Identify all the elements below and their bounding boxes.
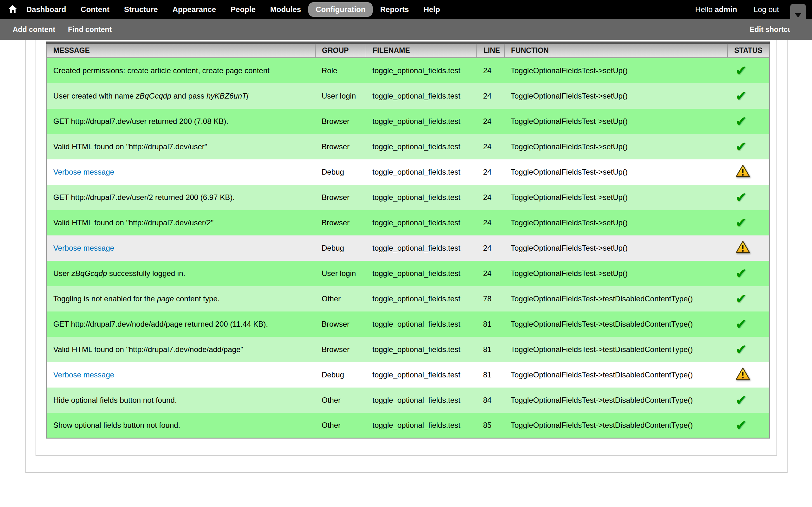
message-text: User created with name [53, 92, 136, 100]
table-row: Verbose message Debug toggle_optional_fi… [47, 159, 769, 185]
table-header-row: MESSAGE GROUP FILENAME LINE FUNCTION STA… [47, 43, 769, 58]
logout-link[interactable]: Log out [754, 5, 779, 14]
status-cell: ✔ [728, 134, 769, 159]
message-emphasis: page [157, 294, 174, 303]
message-cell: Verbose message [47, 362, 315, 388]
message-text: Valid HTML found on "http://drupal7.dev/… [53, 142, 207, 151]
home-button[interactable] [8, 5, 17, 14]
menu-item-configuration[interactable]: Configuration [308, 2, 373, 17]
table-row: GET http://drupal7.dev/user returned 200… [47, 109, 769, 134]
checkmark-icon: ✔ [735, 140, 747, 154]
warning-icon [735, 164, 751, 178]
table-row: Verbose message Debug toggle_optional_fi… [47, 235, 769, 261]
message-cell: Verbose message [47, 235, 315, 261]
function-cell: ToggleOptionalFieldsTest->setUp() [504, 134, 728, 159]
menu-item-modules[interactable]: Modules [263, 2, 308, 17]
test-results-table: MESSAGE GROUP FILENAME LINE FUNCTION STA… [46, 42, 770, 439]
message-cell: Verbose message [47, 159, 315, 185]
message-cell: GET http://drupal7.dev/node/add/page ret… [47, 312, 315, 337]
greeting-text: Hello admin [695, 5, 737, 14]
checkmark-icon: ✔ [735, 267, 747, 280]
line-cell: 81 [477, 312, 504, 337]
group-cell: User login [315, 261, 366, 286]
group-cell: Other [315, 413, 366, 438]
toolbar-toggle-button[interactable] [790, 4, 806, 40]
status-cell: ✔ [728, 109, 769, 134]
function-cell: ToggleOptionalFieldsTest->testDisabledCo… [504, 286, 728, 312]
filename-cell: toggle_optional_fields.test [366, 109, 477, 134]
group-cell: Browser [315, 185, 366, 210]
message-text: and pass [171, 92, 206, 100]
menu-item-reports[interactable]: Reports [373, 2, 416, 17]
message-emphasis: hyKBZ6unTj [206, 92, 248, 100]
message-text: Toggling is not enabled for the [53, 294, 157, 303]
test-results-table-wrap: MESSAGE GROUP FILENAME LINE FUNCTION STA… [46, 42, 770, 439]
column-header-filename: FILENAME [366, 43, 477, 58]
status-cell: ✔ [728, 185, 769, 210]
chevron-down-icon [795, 13, 801, 17]
table-row: Created permissions: create article cont… [47, 58, 769, 83]
line-cell: 24 [477, 210, 504, 235]
message-cell: Valid HTML found on "http://drupal7.dev/… [47, 210, 315, 235]
checkmark-icon: ✔ [735, 216, 747, 230]
table-row: User zBqGcqdp successfully logged in. Us… [47, 261, 769, 286]
status-cell: ✔ [728, 286, 769, 312]
shortcut-links: Add contentFind content [0, 25, 112, 34]
status-cell: ✔ [728, 83, 769, 109]
line-cell: 24 [477, 58, 504, 83]
status-cell: ✔ [728, 210, 769, 235]
function-cell: ToggleOptionalFieldsTest->testDisabledCo… [504, 337, 728, 362]
message-cell: Valid HTML found on "http://drupal7.dev/… [47, 134, 315, 159]
checkmark-icon: ✔ [735, 64, 747, 78]
menu-item-content[interactable]: Content [73, 2, 117, 17]
shortcut-link-find-content[interactable]: Find content [68, 25, 112, 34]
filename-cell: toggle_optional_fields.test [366, 261, 477, 286]
group-cell: Browser [315, 210, 366, 235]
table-row: Valid HTML found on "http://drupal7.dev/… [47, 134, 769, 159]
message-text: content type. [174, 294, 219, 303]
menu-item-dashboard[interactable]: Dashboard [19, 2, 73, 17]
group-cell: Browser [315, 109, 366, 134]
menu-item-help[interactable]: Help [416, 2, 447, 17]
filename-cell: toggle_optional_fields.test [366, 413, 477, 438]
menu-item-appearance[interactable]: Appearance [165, 2, 223, 17]
table-row: Hide optional fields button not found. O… [47, 388, 769, 413]
filename-cell: toggle_optional_fields.test [366, 337, 477, 362]
table-row: Show optional fields button not found. O… [47, 413, 769, 438]
verbose-message-link[interactable]: Verbose message [53, 244, 114, 252]
filename-cell: toggle_optional_fields.test [366, 312, 477, 337]
column-header-message: MESSAGE [47, 43, 315, 58]
message-cell: GET http://drupal7.dev/user/2 returned 2… [47, 185, 315, 210]
menu-item-structure[interactable]: Structure [117, 2, 165, 17]
verbose-message-link[interactable]: Verbose message [53, 371, 114, 379]
home-icon [8, 5, 17, 14]
group-cell: Other [315, 388, 366, 413]
verbose-message-link[interactable]: Verbose message [53, 168, 114, 176]
line-cell: 85 [477, 413, 504, 438]
toolbar-menu: DashboardContentStructureAppearancePeopl… [19, 2, 447, 17]
table-row: GET http://drupal7.dev/node/add/page ret… [47, 312, 769, 337]
filename-cell: toggle_optional_fields.test [366, 362, 477, 388]
group-cell: Debug [315, 362, 366, 388]
message-text: Show optional fields button not found. [53, 421, 180, 429]
message-cell: Show optional fields button not found. [47, 413, 315, 438]
line-cell: 78 [477, 286, 504, 312]
status-cell: ✔ [728, 261, 769, 286]
message-text: Valid HTML found on "http://drupal7.dev/… [53, 218, 213, 227]
username-link[interactable]: admin [715, 5, 737, 14]
group-cell: Role [315, 58, 366, 83]
greeting-prefix: Hello [695, 5, 713, 14]
shortcut-link-add-content[interactable]: Add content [13, 25, 55, 34]
table-row: User created with name zBqGcqdp and pass… [47, 83, 769, 109]
status-cell: ✔ [728, 312, 769, 337]
message-text: successfully logged in. [107, 269, 185, 278]
column-header-status: STATUS [728, 43, 769, 58]
function-cell: ToggleOptionalFieldsTest->setUp() [504, 210, 728, 235]
shortcut-bar: Add contentFind content Edit shortcuts [0, 19, 812, 40]
table-row: GET http://drupal7.dev/user/2 returned 2… [47, 185, 769, 210]
status-cell [728, 159, 769, 185]
status-cell: ✔ [728, 337, 769, 362]
checkmark-icon: ✔ [735, 393, 747, 407]
menu-item-people[interactable]: People [223, 2, 263, 17]
function-cell: ToggleOptionalFieldsTest->setUp() [504, 261, 728, 286]
